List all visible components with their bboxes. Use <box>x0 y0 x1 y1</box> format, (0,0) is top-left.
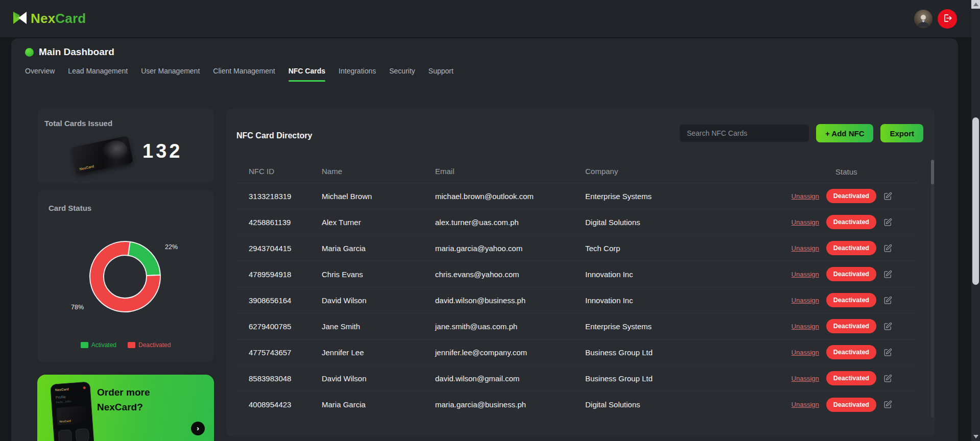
edit-icon[interactable] <box>883 400 892 409</box>
status-badge: Deactivated <box>826 319 876 333</box>
unassign-link[interactable]: Unassign <box>792 297 819 304</box>
edit-icon[interactable] <box>883 270 892 279</box>
chevron-right-icon: › <box>197 424 199 432</box>
card-status-donut-chart <box>88 239 162 314</box>
total-cards-card: Total Cards Issued NexCard 132 <box>37 109 214 183</box>
col-email: Email <box>435 167 585 176</box>
tab-overview[interactable]: Overview <box>25 67 55 82</box>
promo-text: Order more NexCard? <box>97 385 150 414</box>
cell-email: maria.garcia@yahoo.com <box>435 244 585 253</box>
order-more-promo-card[interactable]: NexCard Profile Hello, John NexCard Expl… <box>37 375 214 441</box>
total-cards-title: Total Cards Issued <box>44 119 207 128</box>
cell-name: Jennifer Lee <box>322 348 435 357</box>
tab-security[interactable]: Security <box>389 67 415 82</box>
tab-bar: OverviewLead ManagementUser ManagementCl… <box>25 67 453 82</box>
unassign-link[interactable]: Unassign <box>792 323 819 330</box>
unassign-link[interactable]: Unassign <box>792 192 819 200</box>
edit-icon[interactable] <box>883 192 892 201</box>
brand-name: NexCard <box>31 11 86 27</box>
unassign-link[interactable]: Unassign <box>792 218 819 226</box>
legend-swatch-icon <box>81 342 88 348</box>
cell-nfc-id: 8583983048 <box>249 374 322 383</box>
tab-integrations[interactable]: Integrations <box>339 67 376 82</box>
donut-label-deactivated: 78% <box>71 304 84 311</box>
cell-name: Maria Garcia <box>322 400 435 409</box>
cell-email: maria.garcia@business.ph <box>435 400 585 409</box>
total-cards-value: 132 <box>142 140 182 162</box>
cell-name: Alex Turner <box>322 218 435 227</box>
top-bar: NexCard <box>0 0 971 37</box>
page-scrollbar-thumb[interactable] <box>972 117 979 285</box>
unassign-link[interactable]: Unassign <box>792 349 819 356</box>
table-row: 3133218319Michael Brownmichael.brown@out… <box>236 183 917 209</box>
cell-name: Chris Evans <box>322 270 435 279</box>
unassign-link[interactable]: Unassign <box>792 375 819 382</box>
status-badge: Deactivated <box>826 241 876 255</box>
unassign-link[interactable]: Unassign <box>792 271 819 278</box>
page-title: Main Dashboard <box>39 46 114 58</box>
cell-email: david.wilson@gmail.com <box>435 374 585 383</box>
card-status-card: Card Status 22% 78% ActivatedDeactivated <box>37 190 214 362</box>
table-header: NFC ID Name Email Company Status <box>236 160 917 183</box>
promo-chevron-button[interactable]: › <box>191 422 205 435</box>
table-row: 4258861139Alex Turneralex.turner@uas.com… <box>236 209 917 235</box>
table-row: 4789594918Chris Evanschris.evans@yahoo.c… <box>236 261 917 287</box>
cell-name: David Wilson <box>322 374 435 383</box>
tab-nfc-cards[interactable]: NFC Cards <box>289 67 325 82</box>
cell-nfc-id: 2943704415 <box>249 244 322 253</box>
edit-icon[interactable] <box>883 296 892 305</box>
cell-name: David Wilson <box>322 296 435 305</box>
cell-nfc-id: 3908656164 <box>249 296 322 305</box>
status-badge: Deactivated <box>826 398 876 412</box>
unassign-link[interactable]: Unassign <box>792 244 819 252</box>
edit-icon[interactable] <box>883 244 892 253</box>
status-badge: Deactivated <box>826 267 876 281</box>
legend-item-activated: Activated <box>81 341 116 349</box>
cell-email: jane.smith@uas.com.ph <box>435 322 585 331</box>
legend-swatch-icon <box>128 342 135 348</box>
donut-label-activated: 22% <box>165 243 178 251</box>
tab-client-management[interactable]: Client Management <box>213 67 275 82</box>
search-input[interactable] <box>680 125 809 142</box>
col-company: Company <box>585 167 917 176</box>
user-avatar[interactable] <box>914 10 933 28</box>
chart-legend: ActivatedDeactivated <box>37 341 214 349</box>
table-row: 2943704415Maria Garciamaria.garcia@yahoo… <box>236 235 917 261</box>
scroll-down-arrow[interactable] <box>971 432 980 441</box>
table-row: 3908656164David Wilsondavid.wilson@busin… <box>236 287 917 313</box>
cell-nfc-id: 3133218319 <box>249 192 322 201</box>
phone-notification-dot <box>83 386 86 389</box>
nfc-card-image: NexCard <box>71 136 134 175</box>
status-badge: Deactivated <box>826 371 876 385</box>
logout-icon <box>943 13 952 24</box>
export-button[interactable]: Export <box>880 124 923 142</box>
col-nfc-id: NFC ID <box>249 167 322 176</box>
status-badge: Deactivated <box>826 293 876 307</box>
cell-email: david.wilson@business.ph <box>435 296 585 305</box>
table-scrollbar-thumb[interactable] <box>931 160 934 184</box>
status-badge: Deactivated <box>826 215 876 229</box>
tab-support[interactable]: Support <box>428 67 453 82</box>
brand-pinwheel-icon <box>12 11 28 27</box>
status-badge: Deactivated <box>826 189 876 203</box>
cell-email: alex.turner@uas.com.ph <box>435 218 585 227</box>
unassign-link[interactable]: Unassign <box>792 401 819 408</box>
nfc-table: NFC ID Name Email Company Status 3133218… <box>236 160 917 418</box>
app-logo: NexCard <box>12 11 86 27</box>
scroll-up-arrow[interactable] <box>971 0 980 9</box>
add-nfc-button[interactable]: + Add NFC <box>816 124 874 142</box>
col-status: Status <box>835 167 857 176</box>
directory-title: NFC Card Directory <box>236 131 312 140</box>
status-badge: Deactivated <box>826 345 876 359</box>
edit-icon[interactable] <box>883 348 892 357</box>
tab-user-management[interactable]: User Management <box>141 67 200 82</box>
table-scrollbar[interactable] <box>931 160 934 418</box>
cell-email: jennifer.lee@company.com <box>435 348 585 357</box>
edit-icon[interactable] <box>883 322 892 331</box>
logout-button[interactable] <box>938 9 957 29</box>
page-scrollbar[interactable] <box>971 0 980 441</box>
edit-icon[interactable] <box>883 218 892 227</box>
table-row: 4775743657Jennifer Leejennifer.lee@compa… <box>236 339 917 365</box>
tab-lead-management[interactable]: Lead Management <box>68 67 128 82</box>
edit-icon[interactable] <box>883 374 892 383</box>
